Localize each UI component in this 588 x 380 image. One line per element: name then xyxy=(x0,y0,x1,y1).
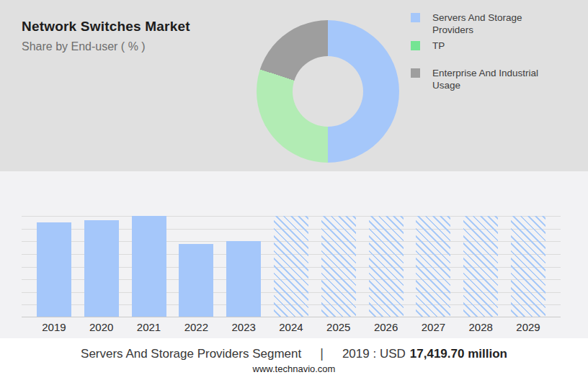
bars xyxy=(22,216,561,317)
titles-block: Network Switches Market Share by End-use… xyxy=(22,19,190,53)
x-label-2028: 2028 xyxy=(457,321,504,333)
x-axis-labels: 2019202020212022202320242025202620272028… xyxy=(22,321,561,333)
x-label-2024: 2024 xyxy=(267,321,315,333)
bar-slot xyxy=(78,216,125,317)
x-label-2027: 2027 xyxy=(410,321,458,333)
bar-2026 xyxy=(369,216,404,317)
x-label-2029: 2029 xyxy=(504,321,552,333)
bar-slot xyxy=(457,216,504,317)
bar-2029 xyxy=(511,216,545,317)
bar-chart-section: 2019202020212022202320242025202620272028… xyxy=(0,171,588,338)
value-prefix: 2019 : USD xyxy=(342,347,406,361)
x-label-2022: 2022 xyxy=(172,321,220,333)
bar-slot xyxy=(410,216,458,317)
bar-2022 xyxy=(179,244,213,317)
legend-item: TP xyxy=(411,40,445,52)
x-label-2023: 2023 xyxy=(220,321,267,333)
legend-item: Servers And Storage Providers xyxy=(411,12,564,36)
bar-2020 xyxy=(84,220,119,317)
bar-2024 xyxy=(274,216,308,317)
caption-line: Servers And Storage Providers Segment | … xyxy=(0,346,588,361)
chart-title: Network Switches Market xyxy=(22,19,190,35)
segment-label: Servers And Storage Providers Segment xyxy=(81,347,301,361)
caption-value: 2019 : USD 17,419.70 million xyxy=(342,347,507,361)
chart-subtitle: Share by End-user ( % ) xyxy=(22,40,190,53)
donut-chart-wrap xyxy=(257,20,399,163)
bar-slot xyxy=(315,216,362,317)
legend-swatch xyxy=(411,68,420,78)
legend-label: Servers And Storage Providers xyxy=(432,12,564,36)
x-label-2025: 2025 xyxy=(315,321,362,333)
legend-swatch xyxy=(411,41,420,50)
bar-slot xyxy=(504,216,552,317)
bar-2027 xyxy=(416,216,450,317)
caption-separator: | xyxy=(320,346,324,361)
bar-slot xyxy=(220,216,267,317)
legend-swatch xyxy=(411,13,420,22)
x-label-2021: 2021 xyxy=(125,321,173,333)
bar-2028 xyxy=(463,216,498,317)
bar-slot xyxy=(172,216,220,317)
value-amount: 17,419.70 million xyxy=(410,347,507,361)
infographic-canvas: Network Switches Market Share by End-use… xyxy=(0,0,588,380)
bar-slot xyxy=(30,216,78,317)
technavio-url: www.technavio.com xyxy=(0,363,588,374)
donut-hole xyxy=(293,56,363,127)
bar-slot xyxy=(125,216,173,317)
bar-2021 xyxy=(132,216,166,317)
bar-slot xyxy=(267,216,315,317)
summary-panel: Network Switches Market Share by End-use… xyxy=(0,0,588,171)
legend-label: Enterprise And Industrial Usage xyxy=(432,67,564,91)
caption-bar: Servers And Storage Providers Segment | … xyxy=(0,338,588,380)
bar-2023 xyxy=(226,241,261,317)
x-label-2020: 2020 xyxy=(78,321,125,333)
legend-label: TP xyxy=(432,40,445,52)
plot-area xyxy=(22,216,561,317)
x-label-2026: 2026 xyxy=(362,321,410,333)
bar-2019 xyxy=(37,222,71,317)
x-label-2019: 2019 xyxy=(30,321,78,333)
bar-slot xyxy=(362,216,410,317)
bar-2025 xyxy=(321,216,356,317)
legend-item: Enterprise And Industrial Usage xyxy=(411,67,564,91)
legend: Servers And Storage ProvidersTPEnterpris… xyxy=(411,0,584,171)
